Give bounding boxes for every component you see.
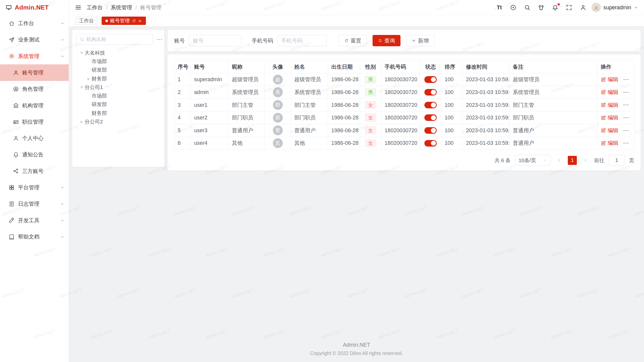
edit-button[interactable]: 编辑 [601, 76, 618, 83]
sidebar-item-notice-announcement[interactable]: 通知公告 [0, 147, 69, 163]
status-toggle[interactable] [424, 102, 437, 108]
cell-status [420, 124, 441, 137]
status-toggle[interactable] [424, 127, 437, 134]
page-footer: Admin.NET Copyright © 2022 Dilon All rig… [72, 338, 641, 359]
edit-button[interactable]: 编辑 [601, 127, 618, 134]
sidebar-item-platform-management[interactable]: 平台管理 [0, 179, 69, 196]
gender-badge: 女 [365, 126, 376, 134]
edit-icon [601, 128, 606, 133]
caret-down-icon[interactable]: ▾ [79, 50, 85, 56]
sidebar: Admin.NET 工作台业务测试系统管理账号管理角色管理机构管理职位管理个人中… [0, 0, 69, 362]
more-actions-button[interactable] [623, 140, 629, 146]
more-actions-button[interactable] [623, 76, 629, 82]
tab-account-management[interactable]: 账号管理 [102, 17, 146, 25]
sidebar-item-workbench[interactable]: 工作台 [0, 15, 69, 31]
tree-node[interactable]: ▾分公司1 [76, 83, 160, 92]
sidebar-item-account-management[interactable]: 账号管理 [0, 64, 69, 81]
reset-button[interactable]: 重置 [339, 35, 367, 47]
tab-refresh-button[interactable] [132, 19, 136, 23]
status-toggle[interactable] [424, 89, 437, 96]
tree-node[interactable]: 市场部 [76, 92, 160, 100]
tab-workbench[interactable]: 工作台 [75, 17, 98, 25]
cell-phone: 18020030720 [381, 111, 420, 124]
tree-node[interactable]: ▸分公司2 [76, 117, 160, 126]
edit-button[interactable]: 编辑 [601, 102, 618, 109]
cell-birthdate: 1986-06-28 [328, 124, 360, 137]
tree-node[interactable]: 财务部 [76, 109, 160, 117]
caret-right-icon[interactable]: ▸ [79, 119, 85, 124]
status-toggle[interactable] [424, 140, 437, 147]
more-actions-button[interactable] [623, 127, 629, 133]
more-actions-button[interactable] [623, 102, 629, 108]
caret-right-icon[interactable]: ▸ [86, 76, 92, 81]
notification-button[interactable] [552, 4, 559, 11]
dots-icon [623, 76, 629, 82]
org-tree: ▾大名科技市场部研发部▸财务部▾分公司1市场部研发部财务部▸分公司2 [76, 49, 160, 126]
more-actions-button[interactable] [623, 115, 629, 121]
prev-page-button[interactable] [555, 156, 564, 165]
cell-actions: 编辑 [597, 124, 634, 137]
cell-status [420, 73, 441, 86]
sidebar-item-help-docs[interactable]: 帮助文档 [0, 229, 69, 245]
tree-more-button[interactable] [156, 36, 163, 43]
breadcrumb-item[interactable]: 账号管理 [140, 4, 162, 11]
sidebar-item-log-management[interactable]: 日志管理 [0, 196, 69, 212]
locate-button[interactable] [510, 4, 517, 11]
tab-close-button[interactable] [138, 19, 142, 23]
cell-remark: 部门主管 [509, 99, 597, 111]
more-actions-button[interactable] [623, 89, 629, 95]
sidebar-item-position-management[interactable]: 职位管理 [0, 114, 69, 130]
sidebar-item-dev-tools[interactable]: 开发工具 [0, 212, 69, 229]
username: superadmin [603, 5, 631, 11]
sidebar-item-org-management[interactable]: 机构管理 [0, 97, 69, 114]
status-toggle[interactable] [424, 76, 437, 83]
column-header: 性别 [360, 60, 381, 73]
menu-toggle-button[interactable] [75, 4, 82, 11]
edit-button[interactable]: 编辑 [601, 114, 618, 121]
goto-page-input[interactable] [609, 155, 625, 165]
user-menu[interactable]: superadmin [591, 3, 638, 12]
status-toggle[interactable] [424, 114, 437, 121]
profile-button[interactable] [580, 4, 587, 11]
cell-nickname: 超级管理员 [228, 73, 265, 86]
tree-node[interactable]: ▾大名科技 [76, 49, 160, 57]
theme-button[interactable] [538, 4, 545, 11]
account-input[interactable] [189, 35, 242, 47]
next-page-button[interactable] [581, 156, 590, 165]
tree-node[interactable]: 研发部 [76, 100, 160, 109]
tree-node[interactable]: 市场部 [76, 57, 160, 66]
sidebar-menu: 工作台业务测试系统管理账号管理角色管理机构管理职位管理个人中心通知公告三方账号平… [0, 15, 69, 245]
sidebar-item-label: 账号管理 [22, 69, 44, 76]
breadcrumb-item[interactable]: 系统管理 [111, 4, 132, 11]
sidebar-item-third-party-account[interactable]: 三方账号 [0, 163, 69, 179]
cell-avatar: 部 [265, 111, 291, 124]
caret-down-icon[interactable]: ▾ [79, 84, 85, 90]
edit-button[interactable]: 编辑 [601, 140, 618, 147]
sidebar-item-personal-center[interactable]: 个人中心 [0, 130, 69, 146]
edit-button[interactable]: 编辑 [601, 89, 618, 96]
tree-node[interactable]: 研发部 [76, 66, 160, 74]
page-number-1[interactable]: 1 [568, 156, 577, 165]
phone-input[interactable] [277, 35, 327, 47]
fullscreen-button[interactable] [566, 4, 573, 11]
tree-node[interactable]: ▸财务部 [76, 74, 160, 83]
search-button[interactable] [524, 4, 531, 11]
search-button[interactable]: 查询 [373, 35, 400, 47]
circledot-icon [510, 4, 516, 11]
chevdown-icon [60, 185, 65, 190]
add-button[interactable]: 新增 [406, 35, 434, 47]
sidebar-item-role-management[interactable]: 角色管理 [0, 81, 69, 97]
cell-nickname: 部门职员 [228, 111, 265, 124]
org-search [76, 34, 153, 44]
avatar: 其 [273, 138, 283, 148]
font-size-button[interactable]: Tt [496, 4, 503, 11]
edit-icon [601, 115, 606, 120]
sidebar-item-system-management[interactable]: 系统管理 [0, 48, 69, 64]
avatar: 普 [273, 125, 283, 135]
sidebar-item-business-test[interactable]: 业务测试 [0, 32, 69, 48]
search-icon [79, 37, 85, 42]
page-size-select[interactable]: 10条/页 [515, 155, 551, 165]
breadcrumb-item[interactable]: 工作台 [87, 4, 103, 11]
org-search-input[interactable] [87, 36, 150, 42]
page-size-value: 10条/页 [519, 157, 536, 164]
